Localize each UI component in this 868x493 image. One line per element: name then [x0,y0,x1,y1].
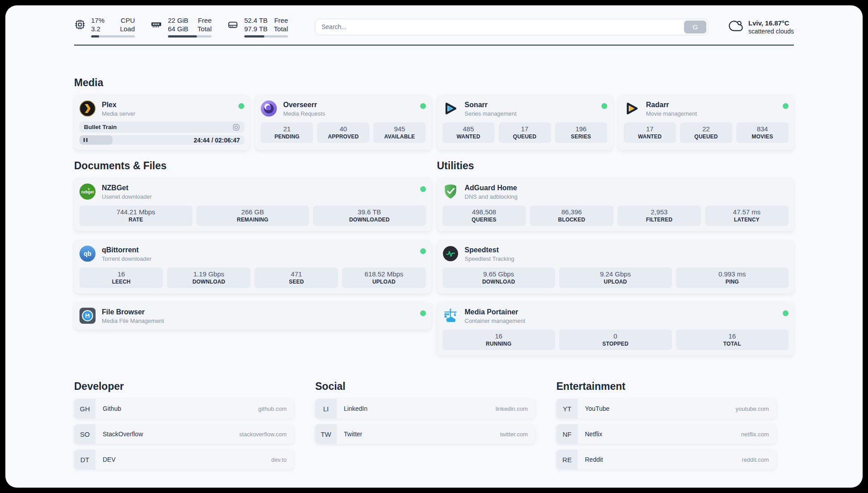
adguard-logo-icon [442,184,459,200]
bookmark-stackoverflow[interactable]: SO StackOverflow stackoverflow.com [74,424,294,444]
memory-free-value: 22 GiB [168,16,188,25]
qbittorrent-logo-icon: qb [79,246,96,262]
bookmark-youtube[interactable]: YT YouTube youtube.com [556,399,776,418]
search-input[interactable] [315,19,708,35]
status-indicator [420,310,426,316]
app-description: Container management [465,318,526,324]
disk-widget: 52.4 TB 97.9 TB Free Total [227,16,288,38]
app-card-overseerr[interactable]: Overseerr Media Requests 21PENDING 40APP… [255,95,431,150]
status-indicator [601,103,607,109]
cpu-icon [74,16,86,30]
app-card-plex[interactable]: Plex Media server Bullet Train 24:44 / 0 [74,95,250,150]
radarr-logo-icon [624,100,640,117]
bookmark-url: dev.to [271,456,294,463]
stat-rate: 744.21 MbpsRATE [79,205,192,226]
stat-upload: 9.24 GbpsUPLOAD [559,267,672,288]
app-card-portainer[interactable]: Media Portainer Container management 16R… [437,302,794,355]
bookmark-name: StackOverflow [103,430,143,438]
svg-text:qb: qb [83,250,91,257]
stat-blocked: 86,396BLOCKED [530,205,613,226]
app-name: Radarr [646,100,697,109]
bookmark-name: YouTube [585,405,609,412]
bookmark-url: linkedin.com [496,405,535,412]
bookmark-abbr: SO [74,424,96,444]
bookmark-linkedin[interactable]: LI LinkedIn linkedin.com [315,399,535,418]
app-description: DNS and adblocking [465,193,518,200]
bookmark-name: Netflix [585,430,602,438]
bookmark-github[interactable]: GH Github github.com [74,399,294,418]
bookmark-twitter[interactable]: TW Twitter twitter.com [315,424,535,444]
section-title-media: Media [74,77,794,89]
stat-approved: 40APPROVED [317,122,369,143]
stat-movies: 834MOVIES [736,122,789,143]
bookmark-reddit[interactable]: RE Reddit reddit.com [556,450,776,469]
stat-ping: 0.993 msPING [676,267,789,288]
sonarr-logo-icon [442,100,459,117]
app-card-qbittorrent[interactable]: qb qBittorrent Torrent downloader 16LEEC… [74,240,431,293]
app-card-sonarr[interactable]: Sonarr Series management 485WANTED 17QUE… [437,95,613,150]
app-description: Media File Management [102,318,164,324]
stat-latency: 47.57 msLATENCY [705,205,789,226]
app-card-adguard[interactable]: AdGuard Home DNS and adblocking 498,508Q… [437,178,794,231]
bookmark-abbr: GH [74,399,96,418]
app-description: Movie management [646,110,697,117]
plex-logo-icon [79,100,96,117]
memory-total-value: 64 GiB [168,25,188,33]
topbar: 17% 3.2 CPU Load [74,5,794,38]
now-playing-progress[interactable]: 24:44 / 02:06:47 [79,135,244,145]
stat-upload: 618.52 MbpsUPLOAD [342,267,426,288]
bookmark-name: DEV [103,456,116,463]
bookmark-url: netflix.com [741,431,776,438]
filebrowser-logo-icon [79,308,96,324]
overseerr-logo-icon [261,100,277,117]
dashboard-panel: 17% 3.2 CPU Load [5,5,863,488]
bookmark-url: reddit.com [742,456,776,463]
stat-queued: 22QUEUED [680,122,732,143]
bookmark-abbr: NF [556,424,578,444]
weather-widget[interactable]: Lviv, 16.87°C scattered clouds [728,19,794,35]
bookmark-abbr: YT [556,399,578,418]
stat-stopped: 0STOPPED [559,330,672,350]
stat-download: 1.19 GbpsDOWNLOAD [167,267,250,288]
now-playing-title: Bullet Train [84,124,117,130]
memory-widget: 22 GiB 64 GiB Free Total [150,16,212,38]
app-description: Usenet downloader [102,193,152,200]
pause-icon[interactable] [83,138,88,142]
stat-wanted: 17WANTED [624,122,676,143]
disk-total-value: 97.9 TB [244,25,267,33]
bookmark-url: stackoverflow.com [239,431,294,438]
app-name: File Browser [102,308,164,316]
app-card-radarr[interactable]: Radarr Movie management 17WANTED 22QUEUE… [618,95,794,150]
stat-filtered: 2,953FILTERED [618,205,701,226]
bookmark-url: youtube.com [736,405,776,412]
bookmark-group-title: Entertainment [556,380,776,393]
search-engine-button[interactable]: G [684,21,706,33]
bookmark-name: Reddit [585,456,603,463]
status-indicator [783,103,789,109]
stat-remaining: 266 GBREMAINING [196,205,309,226]
disk-free-value: 52.4 TB [244,16,267,25]
bookmark-name: Twitter [344,430,362,438]
bookmark-name: Github [103,405,121,412]
disk-progress-bar [244,35,288,38]
media-type-icon [233,124,240,131]
section-title-utilities: Utilities [437,160,794,172]
app-card-filebrowser[interactable]: File Browser Media File Management [74,302,431,330]
bookmark-group-title: Developer [74,380,294,393]
stat-seed: 471SEED [255,267,338,288]
app-name: Media Portainer [465,308,526,316]
stat-series: 196SERIES [555,122,607,143]
speedtest-logo-icon [442,246,459,262]
section-utilities: Utilities [437,160,794,355]
app-card-nzbget[interactable]: nzbget NZBGet Usenet downloader 744.21 M… [74,178,431,231]
ram-icon [150,16,163,30]
app-description: Torrent downloader [102,255,151,262]
cpu-load-value: 3.2 [91,25,104,33]
bookmark-dev[interactable]: DT DEV dev.to [74,450,294,469]
weather-condition: scattered clouds [748,28,794,35]
stat-downloaded: 39.6 TBDOWNLOADED [313,205,426,226]
bookmark-netflix[interactable]: NF Netflix netflix.com [556,424,776,444]
app-card-speedtest[interactable]: Speedtest Speedtest Tracking 9.65 GbpsDO… [437,240,794,293]
section-media: Media Plex Media server [74,77,794,150]
stat-queued: 17QUEUED [499,122,551,143]
